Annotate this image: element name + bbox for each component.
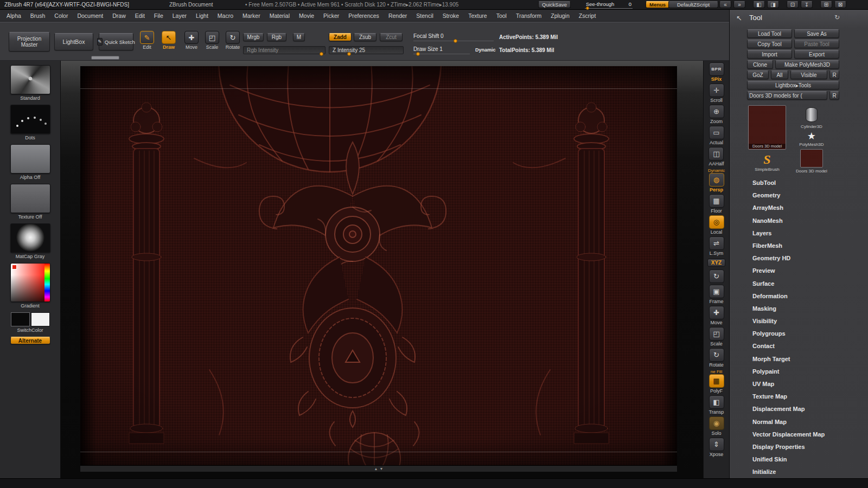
section-layers[interactable]: Layers <box>730 227 868 240</box>
local-icon[interactable]: ◎ <box>709 215 724 229</box>
section-arraymesh[interactable]: ArrayMesh <box>730 202 868 214</box>
tray-item-scale[interactable]: ◰ Scale <box>709 327 724 346</box>
goz-visible-button[interactable]: Visible <box>790 70 827 79</box>
section-displacement-map[interactable]: Displacement Map <box>730 403 868 415</box>
rotate-mode-button[interactable]: ↻ Rotate <box>224 31 242 50</box>
rotate-gizmo-icon[interactable]: ↻ <box>709 269 724 283</box>
current-tool-r-button[interactable]: R <box>829 91 839 100</box>
section-morph-target[interactable]: Morph Target <box>730 353 868 365</box>
active-tool-thumbnail[interactable]: Doors 3D model <box>748 105 786 150</box>
tray-item-local[interactable]: ◎ Local <box>709 215 724 235</box>
restore-window-icon[interactable]: ⊞ <box>820 1 832 8</box>
section-polygroups[interactable]: Polygroups <box>730 328 868 340</box>
menu-document[interactable]: Document <box>77 12 103 19</box>
scale-mode-button[interactable]: ◰ Scale <box>203 31 221 50</box>
lock-icon[interactable]: ⊡ <box>787 1 799 8</box>
tray-item-scroll[interactable]: ✛ Scroll <box>709 84 724 103</box>
tray-item-bpr-spix[interactable]: BPR SPix <box>709 62 724 82</box>
panel-collapse-arrow-icon[interactable]: ↖ <box>736 14 742 22</box>
save-document-icon[interactable]: ↧ <box>801 1 813 8</box>
section-initialize[interactable]: Initialize <box>730 466 868 478</box>
scroll-up-icon[interactable]: ▲ <box>374 466 378 472</box>
export-button[interactable]: Export <box>794 50 839 59</box>
tray-item-frame[interactable]: ▣ Frame <box>709 285 724 304</box>
menu-texture[interactable]: Texture <box>468 12 487 19</box>
aahalf-icon[interactable]: ◫ <box>709 147 724 160</box>
current-stroke[interactable]: Dots <box>10 105 50 140</box>
tray-item-rotate[interactable]: ↻ Rotate <box>709 348 724 368</box>
section-contact[interactable]: Contact <box>730 340 868 352</box>
copy-tool-button[interactable]: Copy Tool <box>747 40 792 48</box>
alpha-off-thumbnail[interactable] <box>10 144 50 174</box>
section-unified-skin[interactable]: Unified Skin <box>730 453 868 466</box>
transparency-icon[interactable]: ◧ <box>709 395 724 409</box>
section-fibermesh[interactable]: FiberMesh <box>730 240 868 252</box>
tray-item-rotate-gizmo[interactable]: ↻ <box>709 269 724 283</box>
copy-document-icon[interactable]: ◧ <box>753 1 765 8</box>
cylinder3d-icon[interactable] <box>806 107 818 122</box>
xyz-icon[interactable]: XYZ <box>707 259 725 267</box>
default-zscript-button[interactable]: DefaultZScript <box>668 1 718 8</box>
scroll-down-icon[interactable]: ▼ <box>380 466 384 472</box>
menu-stroke[interactable]: Stroke <box>443 12 459 19</box>
current-brush[interactable]: Standard <box>10 65 50 101</box>
lsym-icon[interactable]: ⇌ <box>709 236 724 250</box>
switch-color[interactable]: SwitchColor <box>11 312 50 333</box>
make-polymesh3d-button[interactable]: Make PolyMesh3D <box>775 60 839 69</box>
tray-scale-icon[interactable]: ◰ <box>709 327 724 341</box>
quicksave-button[interactable]: QuickSave <box>538 1 571 8</box>
simplebrush-icon[interactable]: S <box>763 153 770 166</box>
current-alpha[interactable]: Alpha Off <box>10 144 50 180</box>
zbrush-document[interactable] <box>80 66 677 469</box>
goz-button[interactable]: GoZ <box>747 70 769 79</box>
z-intensity-slider[interactable]: Z Intensity 25 <box>329 46 404 54</box>
menu-movie[interactable]: Movie <box>299 12 314 19</box>
import-button[interactable]: Import <box>747 50 792 59</box>
goz-all-button[interactable]: All <box>771 70 788 79</box>
section-nanomesh[interactable]: NanoMesh <box>730 215 868 227</box>
persp-icon[interactable]: ◍ <box>709 173 724 187</box>
lightbox-button[interactable]: LightBox <box>54 33 93 50</box>
z-intensity-handle[interactable] <box>347 52 351 56</box>
floor-icon[interactable]: ▦ <box>709 194 724 208</box>
scale-icon[interactable]: ◰ <box>205 31 219 44</box>
menu-tool[interactable]: Tool <box>496 12 507 19</box>
panel-refresh-icon[interactable]: ↻ <box>834 14 840 21</box>
menu-layer[interactable]: Layer <box>173 12 187 19</box>
m-button[interactable]: M <box>293 33 305 41</box>
quick-sketch-button[interactable]: ✎ Quick Sketch <box>99 33 133 50</box>
paste-tool-button[interactable]: Paste Tool <box>794 40 839 48</box>
shelf-divider-handle[interactable] <box>91 56 119 60</box>
rgb-button[interactable]: Rgb <box>267 33 286 41</box>
zoom-icon[interactable]: ⊕ <box>709 105 724 118</box>
scroll-icon[interactable]: ✛ <box>709 84 724 97</box>
menu-draw[interactable]: Draw <box>112 12 126 19</box>
tray-move-icon[interactable]: ✚ <box>709 306 724 319</box>
load-tool-button[interactable]: Load Tool <box>747 29 792 38</box>
section-deformation[interactable]: Deformation <box>730 290 868 303</box>
draw-mode-button[interactable]: ↖ Draw <box>159 31 178 50</box>
goz-r-button[interactable]: R <box>829 70 839 79</box>
tray-item-actual[interactable]: ▭ Actual <box>709 126 724 145</box>
paste-document-icon[interactable]: ◨ <box>767 1 779 8</box>
canvas-horizontal-scrollbar[interactable]: ▲ ▼ <box>80 465 677 472</box>
focal-shift-slider[interactable]: Focal Shift 0 <box>413 33 494 41</box>
section-display-properties[interactable]: Display Properties <box>730 441 868 453</box>
menu-color[interactable]: Color <box>54 12 68 19</box>
draw-size-slider[interactable]: Draw Size 1 <box>413 46 470 54</box>
menu-macro[interactable]: Macro <box>218 12 233 19</box>
menu-zplugin[interactable]: Zplugin <box>551 12 569 19</box>
section-geometry-hd[interactable]: Geometry HD <box>730 252 868 265</box>
tray-item-transp[interactable]: ◧ Transp <box>709 395 724 415</box>
section-visibility[interactable]: Visibility <box>730 315 868 328</box>
section-polypaint[interactable]: Polypaint <box>730 365 868 378</box>
lightbox-tools-button[interactable]: Lightbox▸Tools <box>747 81 839 89</box>
frame-icon[interactable]: ▣ <box>709 285 724 298</box>
secondary-color-swatch[interactable] <box>31 312 50 326</box>
close-window-icon[interactable]: ⊠ <box>834 1 846 8</box>
tray-scroll-right-icon[interactable]: » <box>733 1 745 8</box>
tray-scroll-left-icon[interactable]: « <box>719 1 731 8</box>
section-uv-map[interactable]: UV Map <box>730 378 868 390</box>
zcut-button[interactable]: Zcut <box>380 33 403 41</box>
clone-button[interactable]: Clone <box>747 60 773 69</box>
